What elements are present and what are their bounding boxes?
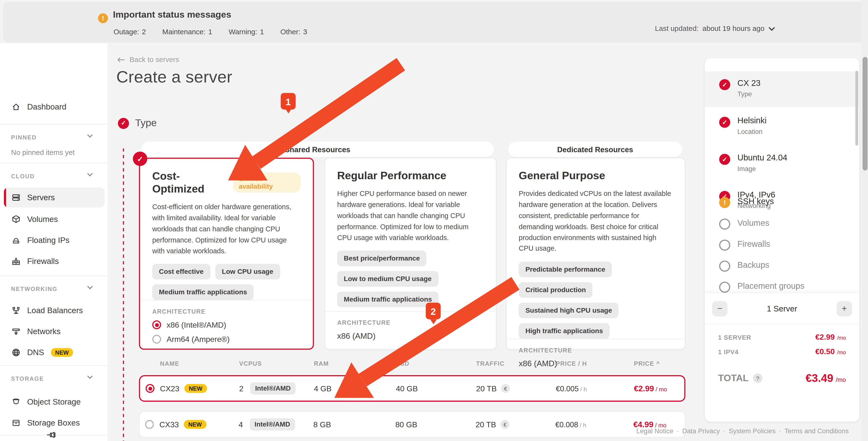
- last-updated[interactable]: Last updated: about 19 hours ago: [655, 24, 775, 33]
- card-description: Higher CPU performance based on newer ha…: [337, 189, 484, 244]
- footer-link-system-policies[interactable]: System Policies: [729, 427, 776, 435]
- sidebar-item-servers[interactable]: Servers: [4, 188, 104, 208]
- sidebar-item-volumes[interactable]: Volumes: [0, 211, 108, 227]
- tab-label: Shared Resources: [285, 145, 350, 153]
- type-section-label: Type: [135, 117, 157, 129]
- tab-shared-resources[interactable]: Shared Resources: [141, 141, 494, 157]
- sidebar-item-dashboard[interactable]: Dashboard: [0, 98, 108, 115]
- col-price-label: PRICE: [634, 360, 654, 367]
- col-traffic[interactable]: TRAFFIC: [475, 360, 555, 367]
- price-hour: €0.005: [556, 384, 579, 393]
- radio-selected-icon: [152, 321, 161, 329]
- sidebar-item-networks[interactable]: Networks: [0, 323, 108, 340]
- chevron-down-icon[interactable]: [87, 134, 93, 138]
- decrement-button[interactable]: −: [712, 301, 727, 317]
- step-done-icon: ✓: [719, 154, 730, 165]
- price-line-unit: /mo: [837, 335, 846, 341]
- step-type[interactable]: ✓ CX 23Type: [705, 78, 859, 98]
- step-placement-groups[interactable]: Placement groups: [705, 281, 859, 293]
- card-regular-performance[interactable]: Regular Performance Higher CPU performan…: [324, 158, 497, 350]
- row-radio-selected[interactable]: [146, 384, 154, 393]
- sidebar-item-label: Storage Boxes: [27, 418, 80, 427]
- table-row-cx23[interactable]: CX23 NEW 2 Intel®/AMD 4 GB 40 GB 20 TB €…: [139, 375, 685, 402]
- new-badge: NEW: [184, 384, 207, 393]
- radio-arm64-ampere[interactable]: Arm64 (Ampere®): [152, 335, 301, 344]
- page-scrollbar-thumb[interactable]: [862, 57, 867, 170]
- ssd-value: 40 GB: [396, 384, 476, 393]
- help-icon[interactable]: ?: [753, 373, 763, 383]
- card-general-purpose[interactable]: General Purpose Provides dedicated vCPUs…: [506, 158, 685, 350]
- col-price-h[interactable]: PRICE / H: [555, 360, 633, 367]
- sidebar-item-firewalls[interactable]: Firewalls: [0, 253, 108, 270]
- storage-header[interactable]: STORAGE: [11, 375, 44, 382]
- divider: [705, 324, 859, 324]
- euro-icon[interactable]: €: [501, 420, 509, 429]
- step-ssh-keys[interactable]: ! SSH keys: [705, 196, 859, 208]
- sidebar: Dashboard PINNED No pinned items yet CLO…: [0, 43, 108, 441]
- step-warning-icon: !: [719, 197, 730, 208]
- col-ssd[interactable]: SSD: [395, 360, 475, 367]
- type-done-check-icon: ✓: [118, 118, 129, 129]
- architecture-label: ARCHITECTURE: [337, 319, 484, 326]
- sidebar-item-floating-ips[interactable]: Floating IPs: [0, 232, 108, 249]
- step-title: CX 23: [737, 78, 761, 87]
- col-price[interactable]: PRICE ^: [633, 360, 685, 367]
- globe-icon: [11, 348, 21, 357]
- step-backups[interactable]: Backups: [705, 260, 859, 272]
- divider: [0, 124, 108, 124]
- sidebar-item-storage-boxes[interactable]: Storage Boxes: [0, 414, 108, 431]
- networking-header[interactable]: NETWORKING: [11, 285, 57, 292]
- price-hour: €0.008: [555, 420, 578, 429]
- col-name[interactable]: NAME: [159, 360, 238, 367]
- back-link-label: Back to servers: [130, 55, 179, 63]
- warning-label: Warning:: [228, 28, 257, 36]
- cpu-pill: Intel®/AMD: [250, 382, 296, 395]
- pinned-header[interactable]: PINNED: [11, 134, 37, 140]
- tag: Sustained high CPU usage: [519, 303, 619, 318]
- price-hour-unit: / h: [580, 386, 587, 392]
- panel-scrollbar[interactable]: [856, 71, 858, 146]
- step-firewalls[interactable]: Firewalls: [705, 239, 859, 251]
- footer-link-legal-notice[interactable]: Legal Notice: [636, 427, 673, 435]
- card-title: Cost-Optimized: [152, 170, 228, 195]
- back-to-servers-link[interactable]: Back to servers: [117, 55, 179, 63]
- step-location[interactable]: ✓ HelsinkiLocation: [705, 116, 859, 135]
- sidebar-item-dns[interactable]: DNS NEW: [0, 344, 108, 361]
- tab-dedicated-resources[interactable]: Dedicated Resources: [508, 141, 682, 157]
- card-cost-optimized[interactable]: ✓ Cost-Optimized Limited availability Co…: [139, 158, 314, 350]
- chevron-down-icon[interactable]: [87, 375, 93, 379]
- traffic-value: 20 TB: [476, 384, 497, 393]
- cloud-header[interactable]: CLOUD: [11, 173, 35, 180]
- euro-icon[interactable]: €: [501, 384, 510, 393]
- total-row: TOTAL ? €3.49 /mo: [718, 372, 846, 384]
- chevron-down-icon[interactable]: [87, 173, 93, 177]
- footer-link-data-privacy[interactable]: Data Privacy: [682, 427, 720, 435]
- sidebar-item-object-storage[interactable]: Object Storage: [0, 393, 108, 410]
- sidebar-item-load-balancers[interactable]: Load Balancers: [0, 302, 108, 319]
- radio-x86-intel-amd[interactable]: x86 (Intel®/AMD): [152, 321, 301, 329]
- row-radio-unselected[interactable]: [145, 420, 154, 429]
- step-todo-icon: [719, 260, 730, 272]
- price-month: €2.99: [634, 384, 654, 393]
- page-scrollbar[interactable]: [862, 0, 868, 441]
- total-value: €3.49: [806, 372, 834, 384]
- ram-value: 4 GB: [314, 384, 396, 393]
- vcpus-value: 4: [239, 420, 243, 429]
- chevron-down-icon[interactable]: [87, 285, 93, 289]
- table-row-cx33[interactable]: CX33 NEW 4 Intel®/AMD 8 GB 80 GB 20 TB €…: [139, 411, 685, 438]
- new-badge: NEW: [184, 420, 206, 429]
- footer-link-terms[interactable]: Terms and Conditions: [784, 427, 849, 435]
- network-icon: [11, 327, 21, 336]
- warning-icon: !: [98, 13, 108, 23]
- step-image[interactable]: ✓ Ubuntu 24.04Image: [705, 153, 859, 173]
- pin-sidebar-icon[interactable]: [46, 430, 58, 439]
- col-ram[interactable]: RAM: [313, 360, 395, 367]
- price-hour-unit: / h: [580, 422, 586, 429]
- outage-count: 2: [142, 28, 146, 36]
- maintenance-label: Maintenance:: [162, 28, 206, 36]
- step-volumes[interactable]: Volumes: [705, 217, 859, 229]
- architecture-label: ARCHITECTURE: [152, 309, 301, 315]
- col-vcpus[interactable]: VCPUS: [238, 360, 313, 367]
- server-table-header: NAME VCPUS RAM SSD TRAFFIC PRICE / H PRI…: [139, 357, 685, 370]
- increment-button[interactable]: +: [837, 301, 852, 317]
